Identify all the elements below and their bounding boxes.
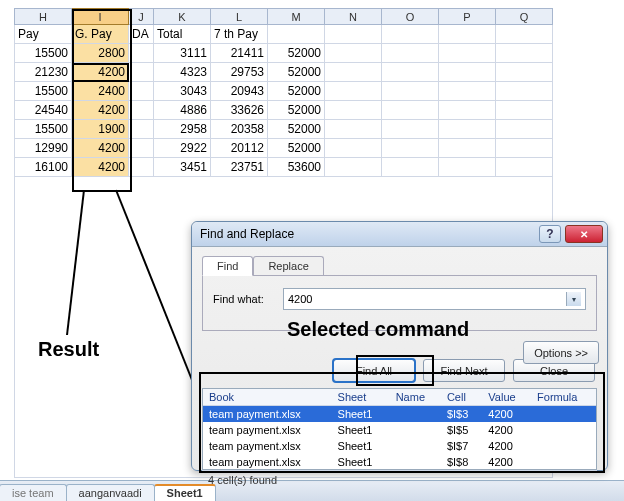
cell[interactable]: [325, 44, 382, 63]
find-what-input[interactable]: 4200 ▾: [283, 288, 586, 310]
cell[interactable]: 2922: [154, 139, 211, 158]
cell[interactable]: [496, 63, 553, 82]
tab-replace[interactable]: Replace: [253, 256, 323, 276]
cell[interactable]: [382, 158, 439, 177]
cell[interactable]: [325, 158, 382, 177]
cell[interactable]: [325, 82, 382, 101]
cell[interactable]: 52000: [268, 101, 325, 120]
cell[interactable]: 20943: [211, 82, 268, 101]
cell[interactable]: [325, 25, 382, 44]
cell[interactable]: 2400: [72, 82, 129, 101]
cell[interactable]: [325, 120, 382, 139]
cell[interactable]: 20112: [211, 139, 268, 158]
cell[interactable]: [496, 120, 553, 139]
cell-active[interactable]: 4200: [72, 63, 129, 82]
help-button[interactable]: ?: [539, 225, 561, 243]
cell[interactable]: [129, 120, 154, 139]
cell[interactable]: 52000: [268, 63, 325, 82]
cell[interactable]: [496, 101, 553, 120]
cell[interactable]: [325, 63, 382, 82]
cell-header-gpay[interactable]: G. Pay: [72, 25, 129, 44]
cell[interactable]: [325, 139, 382, 158]
cell[interactable]: 52000: [268, 120, 325, 139]
close-icon[interactable]: ✕: [565, 225, 603, 243]
cell[interactable]: [382, 101, 439, 120]
cell[interactable]: [496, 44, 553, 63]
dropdown-icon[interactable]: ▾: [566, 292, 581, 306]
cell-header-da[interactable]: DA: [129, 25, 154, 44]
cell[interactable]: [382, 120, 439, 139]
options-button[interactable]: Options >>: [523, 341, 599, 364]
cell[interactable]: [439, 139, 496, 158]
cell[interactable]: 15500: [15, 120, 72, 139]
cell-header-total[interactable]: Total: [154, 25, 211, 44]
cell[interactable]: [439, 101, 496, 120]
col-header-N[interactable]: N: [325, 9, 382, 25]
cell[interactable]: 1900: [72, 120, 129, 139]
cell[interactable]: 4323: [154, 63, 211, 82]
cell[interactable]: [129, 101, 154, 120]
results-col-sheet[interactable]: Sheet: [332, 389, 390, 406]
cell[interactable]: 3043: [154, 82, 211, 101]
cell[interactable]: [382, 44, 439, 63]
col-header-Q[interactable]: Q: [496, 9, 553, 25]
dialog-titlebar[interactable]: Find and Replace ? ✕: [192, 222, 607, 247]
sheet-tab[interactable]: aanganvaadi: [66, 484, 155, 501]
cell[interactable]: [129, 158, 154, 177]
col-header-K[interactable]: K: [154, 9, 211, 25]
cell[interactable]: [439, 82, 496, 101]
cell[interactable]: [496, 158, 553, 177]
tab-find[interactable]: Find: [202, 256, 253, 276]
results-col-formula[interactable]: Formula: [531, 389, 596, 406]
result-row[interactable]: team payment.xlsx Sheet1 $I$3 4200: [203, 406, 596, 423]
sheet-tab[interactable]: ise team: [0, 484, 67, 501]
cell[interactable]: [439, 120, 496, 139]
col-header-I[interactable]: I: [72, 9, 129, 25]
col-header-J[interactable]: J: [129, 9, 154, 25]
col-header-L[interactable]: L: [211, 9, 268, 25]
result-row[interactable]: team payment.xlsx Sheet1 $I$8 4200: [203, 454, 596, 470]
cell[interactable]: 52000: [268, 82, 325, 101]
cell[interactable]: 4200: [72, 139, 129, 158]
cell[interactable]: 21230: [15, 63, 72, 82]
cell[interactable]: 4200: [72, 101, 129, 120]
cell[interactable]: [129, 44, 154, 63]
col-header-P[interactable]: P: [439, 9, 496, 25]
cell[interactable]: 20358: [211, 120, 268, 139]
results-col-name[interactable]: Name: [390, 389, 441, 406]
cell[interactable]: [129, 82, 154, 101]
cell[interactable]: 3451: [154, 158, 211, 177]
cell[interactable]: 29753: [211, 63, 268, 82]
cell[interactable]: [382, 139, 439, 158]
cell[interactable]: [439, 158, 496, 177]
col-header-M[interactable]: M: [268, 9, 325, 25]
cell[interactable]: [439, 63, 496, 82]
cell[interactable]: 4886: [154, 101, 211, 120]
col-header-O[interactable]: O: [382, 9, 439, 25]
cell[interactable]: [382, 82, 439, 101]
results-list[interactable]: Book Sheet Name Cell Value Formula team …: [202, 388, 597, 470]
cell[interactable]: 24540: [15, 101, 72, 120]
cell[interactable]: 23751: [211, 158, 268, 177]
cell[interactable]: 2800: [72, 44, 129, 63]
cell[interactable]: 33626: [211, 101, 268, 120]
cell[interactable]: 52000: [268, 139, 325, 158]
result-row[interactable]: team payment.xlsx Sheet1 $I$7 4200: [203, 438, 596, 454]
cell[interactable]: 53600: [268, 158, 325, 177]
cell[interactable]: [268, 25, 325, 44]
cell[interactable]: 3111: [154, 44, 211, 63]
cell[interactable]: [439, 44, 496, 63]
cell[interactable]: [382, 25, 439, 44]
cell[interactable]: 15500: [15, 44, 72, 63]
cell[interactable]: 15500: [15, 82, 72, 101]
col-header-H[interactable]: H: [15, 9, 72, 25]
cell[interactable]: 12990: [15, 139, 72, 158]
cell[interactable]: 21411: [211, 44, 268, 63]
cell[interactable]: [439, 25, 496, 44]
cell[interactable]: [496, 82, 553, 101]
find-next-button[interactable]: Find Next: [423, 359, 505, 382]
results-col-book[interactable]: Book: [203, 389, 332, 406]
cell[interactable]: 4200: [72, 158, 129, 177]
cell-header-pay[interactable]: Pay: [15, 25, 72, 44]
cell[interactable]: [496, 139, 553, 158]
